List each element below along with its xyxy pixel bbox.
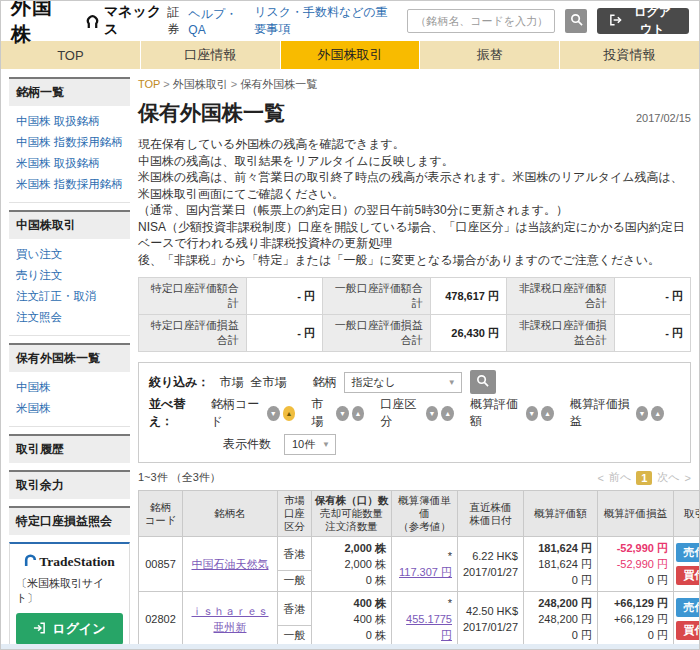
tab-investment-info[interactable]: 投資情報 [559,41,699,69]
login-icon [33,622,46,637]
sidebar-link-specific-account-pl[interactable]: 特定口座損益照会 [9,506,130,535]
sidebar-item-us-listed[interactable]: 米国株 取扱銘柄 [9,153,130,174]
sidebar-item-china-index[interactable]: 中国株 指数採用銘柄 [9,132,130,153]
top-header: 外国株 マネックス 証券 ヘルプ・QA リスク・手数料などの重要事項 ログアウト [1,1,699,41]
summary-row-valuation: 特定口座評価額合計 - 円 一般口座評価額合計 478,617 円 非課税口座評… [139,278,691,315]
col-header-code: 銘柄コード [139,491,183,537]
breadcrumb-top[interactable]: TOP [138,78,160,90]
breadcrumb-foreign-trading[interactable]: 外国株取引 [173,78,228,90]
pagination-top: 前へ 1 次へ [597,470,691,485]
sidebar-item-sell-order[interactable]: 売り注文 [9,265,130,286]
page-size-select[interactable]: 10件 [284,434,336,455]
tradestation-caption: 〔米国株取引サイト〕 [16,576,123,606]
search-button[interactable] [565,9,587,33]
stock-name-link[interactable]: ｉｓｈａｒｅｓ亜州新 [192,605,269,633]
page-size-label: 表示件数 [223,436,271,453]
breadcrumb-separator [160,78,173,90]
description-line: NISA（少額投資非課税制度）口座を開設している場合、「口座区分」は当該約定にか… [138,219,691,252]
col-header-last-price: 直近株価株価日付 [458,491,524,537]
description-line: 後、「非課税」から「特定」または「一般」に変更となる場合がありますのでご注意くだ… [138,252,691,269]
buy-button[interactable]: 買付 [676,566,700,585]
brand-logo: マネックス 証券 [84,3,188,39]
summary-label: 一般口座評価額合計 [322,278,430,315]
prev-page-button[interactable]: 前へ [609,470,631,485]
prev-arrow-icon [597,472,603,484]
page-description: 現在保有している外国株の残高を確認できます。 中国株の残高は、取引結果をリアルタ… [138,136,691,268]
sidebar-item-us-index[interactable]: 米国株 指数採用銘柄 [9,174,130,195]
last-price-cell: 42.50 HK$2017/01/27 [458,592,524,647]
brand-name: マネックス [104,3,167,39]
sidebar-item-holdings-china[interactable]: 中国株 [9,377,130,398]
sidebar-section-china-trading: 中国株取引 買い注文 売り注文 注文訂正・取消 注文照会 [9,210,130,336]
sort-asc-button[interactable] [541,406,554,421]
sell-button[interactable]: 売付 [676,543,700,562]
sort-desc-button[interactable] [267,406,280,421]
tradestation-login-button[interactable]: ログイン [16,613,123,645]
book-price-link[interactable]: 455.1775 円 [406,613,452,641]
page-footer-strip [1,644,699,649]
summary-label: 非課税口座評価額合計 [506,278,614,315]
holding-row: 02802 ｉｓｈａｒｅｓ亜州新 香港 一般 400 株400 株0 株 *45… [139,592,700,647]
sort-group-value: 概算評価額 [470,396,554,430]
stock-name-link[interactable]: 中国石油天然気 [192,558,269,570]
sidebar-link-buying-power[interactable]: 取引余力 [9,470,130,499]
search-icon [476,374,489,390]
current-page-badge[interactable]: 1 [636,471,652,485]
sort-asc-button[interactable] [283,406,296,421]
buy-button[interactable]: 買付 [676,621,700,640]
chevron-down-icon [322,440,330,449]
trade-cell: 売付 買付 [674,537,700,592]
sidebar-item-buy-order[interactable]: 買い注文 [9,244,130,265]
col-header-value: 概算評価額 [524,491,598,537]
summary-label: 一般口座評価損益合計 [322,315,430,352]
tab-transfer[interactable]: 振替 [419,41,559,69]
sell-button[interactable]: 売付 [676,598,700,617]
sort-group-account: 口座区分 [380,396,454,430]
sidebar-item-order-inquiry[interactable]: 注文照会 [9,307,130,328]
symbol-search-input[interactable] [407,9,555,33]
risk-link[interactable]: リスク・手数料などの重要事項 [254,4,397,38]
stock-code: 00857 [139,537,183,592]
valuation-summary-table: 特定口座評価額合計 - 円 一般口座評価額合計 478,617 円 非課税口座評… [138,277,691,352]
summary-value: - 円 [614,315,690,352]
filter-search-button[interactable] [470,370,496,394]
tab-foreign-stock-trading[interactable]: 外国株取引 [280,41,420,69]
tradestation-arc-icon [24,553,37,570]
description-line: 現在保有している外国株の残高を確認できます。 [138,136,691,153]
value-cell: 181,624 円181,624 円0 円 [524,537,598,592]
summary-label: 特定口座評価額合計 [139,278,247,315]
summary-value: - 円 [614,278,690,315]
market-filter-value[interactable]: 全市場 [251,374,287,391]
sidebar-link-trade-history[interactable]: 取引履歴 [9,434,130,463]
main-nav: TOP 口座情報 外国株取引 振替 投資情報 [1,41,699,69]
next-page-button[interactable]: 次へ [657,470,679,485]
sort-asc-button[interactable] [352,406,365,421]
description-line: 米国株の残高は、前々営業日の取引終了時点の残高が表示されます。米国株のリアルタイ… [138,169,691,202]
sort-asc-button[interactable] [651,406,664,421]
breadcrumb: TOP外国株取引保有外国株一覧 [138,77,691,92]
sidebar-header-china-trading: 中国株取引 [9,210,130,239]
symbol-filter-select[interactable]: 指定なし [344,372,462,393]
tab-account-info[interactable]: 口座情報 [140,41,280,69]
sort-desc-button[interactable] [336,406,349,421]
page-date: 2017/02/15 [636,112,691,127]
col-header-quantity: 保有株（口）数売却可能数量注文済数量 [312,491,392,537]
page-title: 保有外国株一覧 [138,99,285,127]
tab-top[interactable]: TOP [1,41,140,69]
sort-desc-button[interactable] [636,406,649,421]
pl-cell: +66,129 円+66,129 円0 円 [598,592,674,647]
breadcrumb-current: 保有外国株一覧 [240,78,317,90]
description-line: 中国株の残高は、取引結果をリアルタイムに反映します。 [138,153,691,170]
help-link[interactable]: ヘルプ・QA [188,6,244,37]
book-price-link[interactable]: 117.307 円 [399,566,452,578]
holdings-table: 銘柄コード 銘柄名 市場口座区分 保有株（口）数売却可能数量注文済数量 概算簿価… [138,490,700,650]
sidebar-item-order-modify-cancel[interactable]: 注文訂正・取消 [9,286,130,307]
monex-logo-icon [84,13,101,30]
sort-desc-button[interactable] [426,406,439,421]
sort-asc-button[interactable] [441,406,454,421]
sidebar-item-china-listed[interactable]: 中国株 取扱銘柄 [9,111,130,132]
sidebar-item-holdings-us[interactable]: 米国株 [9,398,130,419]
logout-button[interactable]: ログアウト [597,8,689,34]
sort-desc-button[interactable] [526,406,539,421]
col-header-trade: 取引 [674,491,700,537]
